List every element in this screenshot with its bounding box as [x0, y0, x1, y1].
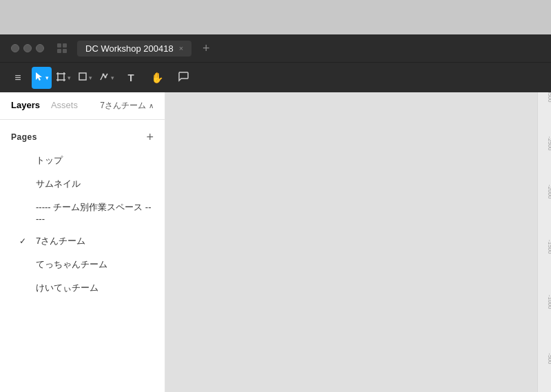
page-item-divider[interactable]: ----- チーム別作業スペース -----	[11, 196, 154, 229]
page-name-keity: けいてぃチーム	[36, 282, 98, 294]
text-icon: T	[127, 72, 134, 83]
ruler-number-2: -2500	[547, 136, 552, 150]
ruler-number-3: -2000	[547, 185, 552, 198]
canvas-area	[165, 92, 537, 392]
frame-chevron-icon: ▾	[67, 74, 71, 81]
window-controls	[11, 44, 44, 52]
panel-tabs: Layers Assets 7さんチーム ∧	[0, 92, 165, 120]
file-tab[interactable]: DC Workshop 200418 ×	[77, 41, 191, 56]
pages-title: Pages	[11, 132, 37, 142]
page-item-thumbnail[interactable]: サムネイル	[11, 172, 154, 196]
page-name-tecchan: てっちゃんチーム	[36, 258, 107, 271]
svg-point-11	[105, 76, 107, 78]
shape-icon	[78, 72, 87, 83]
frame-tool[interactable]: ▾	[53, 67, 74, 89]
svg-rect-2	[57, 49, 61, 53]
select-icon	[34, 72, 44, 83]
pages-header: Pages +	[11, 131, 154, 143]
hand-icon: ✋	[151, 72, 164, 84]
page-name-thumbnail: サムネイル	[36, 178, 81, 190]
page-item-top[interactable]: トップ	[11, 149, 154, 172]
new-tab-button[interactable]: +	[202, 41, 210, 56]
svg-rect-3	[63, 49, 67, 53]
maximize-dot[interactable]	[36, 44, 44, 52]
select-tool[interactable]: ▾	[32, 67, 52, 89]
hand-tool[interactable]: ✋	[145, 67, 169, 89]
frame-icon	[56, 72, 66, 84]
check-empty-2	[19, 179, 30, 189]
pen-icon	[99, 72, 110, 84]
team-chevron-icon: ∧	[149, 102, 154, 110]
assets-tab[interactable]: Assets	[51, 94, 78, 117]
svg-marker-4	[36, 72, 42, 81]
ruler-number-6: -500	[547, 353, 552, 364]
shape-chevron-icon: ▾	[89, 74, 92, 81]
ruler-number-4: -1500	[547, 240, 552, 254]
page-item-tecchan[interactable]: てっちゃんチーム	[11, 253, 154, 276]
pen-chevron-icon: ▾	[111, 74, 114, 81]
select-chevron-icon: ▾	[45, 74, 49, 81]
titlebar: DC Workshop 200418 × +	[0, 34, 551, 62]
svg-rect-1	[63, 43, 67, 48]
layers-tab[interactable]: Layers	[11, 94, 40, 117]
pen-tool[interactable]: ▾	[96, 67, 117, 89]
tab-title: DC Workshop 200418	[85, 43, 174, 54]
comment-icon	[178, 71, 189, 85]
check-empty-4	[19, 260, 30, 269]
svg-rect-9	[79, 73, 86, 80]
menu-button[interactable]: ≡	[6, 67, 30, 89]
menu-icon: ≡	[14, 72, 21, 84]
page-name-divider: ----- チーム別作業スペース -----	[36, 201, 154, 224]
ruler-vertical: -8500 -2500 -2000 -1500 -1000 -500	[537, 92, 551, 392]
left-panel: Layers Assets 7さんチーム ∧ Pages + トップ サムネイル…	[0, 92, 165, 392]
figma-logo-icon	[55, 41, 69, 55]
pages-section: Pages + トップ サムネイル ----- チーム別作業スペース -----…	[0, 120, 165, 305]
svg-point-10	[103, 73, 105, 75]
svg-rect-0	[57, 43, 61, 48]
close-dot[interactable]	[11, 44, 19, 52]
toolbar: ≡ ▾ ▾ ▾	[0, 62, 551, 92]
ruler-number-5: -1000	[547, 295, 552, 309]
text-tool[interactable]: T	[118, 67, 143, 89]
team-selector[interactable]: 7さんチーム ∧	[100, 100, 154, 112]
page-item-keity[interactable]: けいてぃチーム	[11, 276, 154, 300]
page-name-7team: 7さんチーム	[36, 235, 85, 247]
check-empty-5	[19, 283, 30, 293]
shape-tool[interactable]: ▾	[75, 67, 95, 89]
check-active: ✓	[19, 236, 30, 246]
team-label: 7さんチーム	[100, 100, 146, 112]
page-name-top: トップ	[36, 154, 63, 167]
ruler-number-1: -8500	[547, 92, 552, 103]
minimize-dot[interactable]	[23, 44, 32, 52]
page-item-7team[interactable]: ✓ 7さんチーム	[11, 229, 154, 253]
tab-close-button[interactable]: ×	[179, 44, 183, 52]
add-page-button[interactable]: +	[146, 131, 154, 143]
comment-tool[interactable]	[171, 67, 196, 89]
check-empty	[19, 156, 30, 165]
check-empty-3	[19, 208, 30, 218]
